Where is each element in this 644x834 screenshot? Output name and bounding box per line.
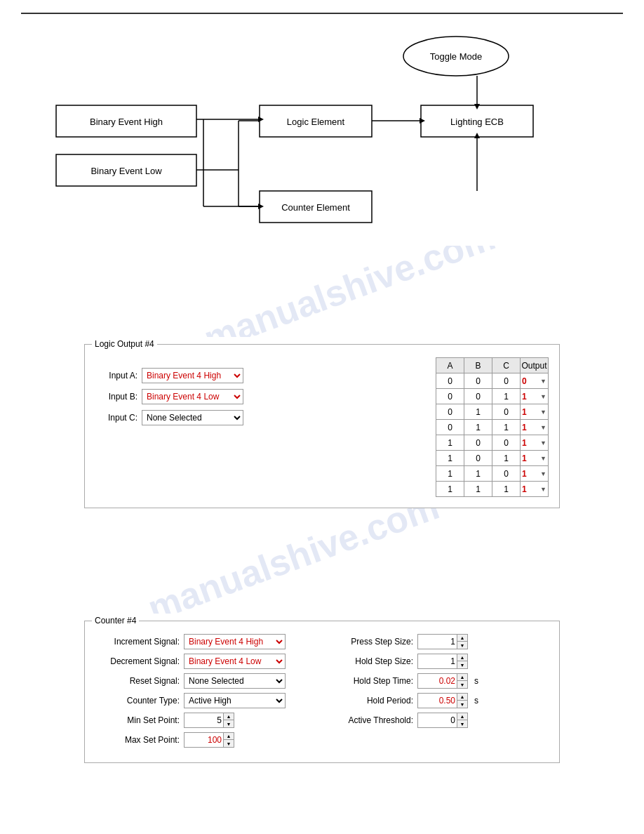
- hold-period-up[interactable]: ▲: [457, 694, 467, 701]
- output-dropdown-arrow[interactable]: ▼: [540, 393, 546, 400]
- hold-step-size-down[interactable]: ▼: [457, 661, 467, 668]
- counter-right-col: Press Step Size: ▲ ▼ Hold Step Size: ▲ ▼: [329, 634, 549, 752]
- truth-table: A B C Output 0000▼0011▼0101▼0111▼1001▼10…: [436, 357, 549, 497]
- truth-table-row: 0000▼: [436, 373, 549, 389]
- counter-left-col: Increment Signal: Binary Event 4 High De…: [95, 634, 315, 752]
- min-set-point-input-wrap: ▲ ▼: [184, 713, 234, 728]
- hold-step-time-input[interactable]: [418, 674, 457, 688]
- hold-step-time-spinners: ▲ ▼: [457, 674, 467, 688]
- cell-a-7: 1: [436, 482, 464, 497]
- cell-a-3: 0: [436, 420, 464, 435]
- min-set-point-input[interactable]: [185, 713, 223, 727]
- watermark-area-1: manualshive.com: [0, 246, 644, 337]
- input-c-select[interactable]: None Selected: [142, 410, 243, 425]
- decrement-signal-select[interactable]: Binary Event 4 Low: [184, 654, 286, 669]
- output-value: 1: [522, 484, 527, 494]
- output-dropdown-arrow[interactable]: ▼: [540, 409, 546, 416]
- svg-text:Toggle Mode: Toggle Mode: [430, 51, 482, 62]
- hold-period-input[interactable]: [418, 694, 457, 708]
- cell-out-0[interactable]: 0▼: [521, 373, 549, 389]
- watermark-text-1: manualshive.com: [199, 246, 501, 337]
- input-b-label: Input B:: [95, 392, 137, 402]
- press-step-size-up[interactable]: ▲: [457, 635, 467, 642]
- max-set-point-up[interactable]: ▲: [224, 733, 234, 740]
- cell-b-0: 0: [464, 373, 492, 389]
- active-threshold-down[interactable]: ▼: [457, 720, 467, 727]
- hold-step-time-down[interactable]: ▼: [457, 681, 467, 688]
- hold-step-size-row: Hold Step Size: ▲ ▼: [329, 654, 549, 669]
- hold-step-size-input[interactable]: [418, 654, 457, 668]
- hold-period-row: Hold Period: ▲ ▼ s: [329, 693, 549, 708]
- active-threshold-up[interactable]: ▲: [457, 713, 467, 720]
- output-dropdown-arrow[interactable]: ▼: [540, 470, 546, 477]
- input-b-select[interactable]: Binary Event 4 Low: [142, 389, 243, 404]
- reset-signal-label: Reset Signal:: [95, 676, 180, 686]
- counter-type-row: Counter Type: Active High: [95, 693, 315, 708]
- output-dropdown-arrow[interactable]: ▼: [540, 455, 546, 462]
- cell-out-5[interactable]: 1▼: [521, 451, 549, 466]
- hold-period-unit: s: [474, 696, 478, 706]
- counter-panel: Counter #4 Increment Signal: Binary Even…: [84, 621, 560, 763]
- cell-c-4: 0: [492, 435, 521, 451]
- reset-signal-select[interactable]: None Selected: [184, 673, 286, 689]
- output-value: 1: [522, 392, 527, 402]
- min-set-point-spinners: ▲ ▼: [223, 713, 234, 727]
- output-value: 1: [522, 438, 527, 448]
- cell-c-0: 0: [492, 373, 521, 389]
- hold-step-time-row: Hold Step Time: ▲ ▼ s: [329, 673, 549, 689]
- output-dropdown-arrow[interactable]: ▼: [540, 378, 546, 385]
- cell-out-6[interactable]: 1▼: [521, 466, 549, 482]
- counter-grid: Increment Signal: Binary Event 4 High De…: [95, 634, 549, 752]
- logic-output-panel: Logic Output #4 Input A: Binary Event 4 …: [84, 344, 560, 508]
- min-set-point-row: Min Set Point: ▲ ▼: [95, 713, 315, 728]
- max-set-point-input[interactable]: [185, 733, 223, 747]
- col-output-header: Output: [521, 358, 549, 373]
- cell-c-6: 0: [492, 466, 521, 482]
- cell-b-1: 0: [464, 389, 492, 404]
- hold-step-time-up[interactable]: ▲: [457, 674, 467, 681]
- watermark-text-2: manualshive.com: [142, 508, 445, 614]
- output-dropdown-arrow[interactable]: ▼: [540, 439, 546, 446]
- svg-rect-10: [421, 105, 533, 137]
- hold-period-label: Hold Period:: [329, 696, 413, 706]
- hold-step-size-wrap: ▲ ▼: [417, 654, 468, 669]
- active-threshold-input[interactable]: [418, 713, 457, 727]
- counter-type-select[interactable]: Active High: [184, 693, 286, 708]
- max-set-point-down[interactable]: ▼: [224, 740, 234, 747]
- hold-step-size-up[interactable]: ▲: [457, 654, 467, 661]
- press-step-size-spinners: ▲ ▼: [457, 635, 467, 649]
- min-set-point-up[interactable]: ▲: [224, 713, 234, 720]
- input-a-select[interactable]: Binary Event 4 High: [142, 368, 243, 383]
- increment-signal-select[interactable]: Binary Event 4 High: [184, 634, 286, 649]
- cell-a-1: 0: [436, 389, 464, 404]
- cell-b-6: 1: [464, 466, 492, 482]
- col-a-header: A: [436, 358, 464, 373]
- hold-step-size-label: Hold Step Size:: [329, 656, 413, 666]
- max-set-point-spinners: ▲ ▼: [223, 733, 234, 747]
- cell-a-6: 1: [436, 466, 464, 482]
- cell-out-4[interactable]: 1▼: [521, 435, 549, 451]
- cell-out-2[interactable]: 1▼: [521, 404, 549, 420]
- svg-text:Logic Element: Logic Element: [287, 117, 345, 127]
- cell-a-5: 1: [436, 451, 464, 466]
- max-set-point-input-wrap: ▲ ▼: [184, 732, 234, 748]
- svg-rect-4: [56, 154, 196, 186]
- decrement-signal-label: Decrement Signal:: [95, 656, 180, 666]
- press-step-size-input[interactable]: [418, 635, 457, 649]
- cell-out-1[interactable]: 1▼: [521, 389, 549, 404]
- cell-out-3[interactable]: 1▼: [521, 420, 549, 435]
- min-set-point-down[interactable]: ▼: [224, 720, 234, 727]
- cell-c-2: 0: [492, 404, 521, 420]
- output-dropdown-arrow[interactable]: ▼: [540, 424, 546, 431]
- svg-text:Lighting ECB: Lighting ECB: [450, 117, 504, 127]
- svg-marker-28: [474, 104, 480, 110]
- output-dropdown-arrow[interactable]: ▼: [540, 486, 546, 493]
- press-step-size-label: Press Step Size:: [329, 637, 413, 647]
- cell-b-4: 0: [464, 435, 492, 451]
- press-step-size-down[interactable]: ▼: [457, 642, 467, 649]
- input-c-label: Input C:: [95, 413, 137, 423]
- input-a-row: Input A: Binary Event 4 High: [95, 368, 243, 383]
- hold-period-down[interactable]: ▼: [457, 701, 467, 708]
- cell-out-7[interactable]: 1▼: [521, 482, 549, 497]
- logic-inputs: Input A: Binary Event 4 High Input B: Bi…: [95, 368, 243, 425]
